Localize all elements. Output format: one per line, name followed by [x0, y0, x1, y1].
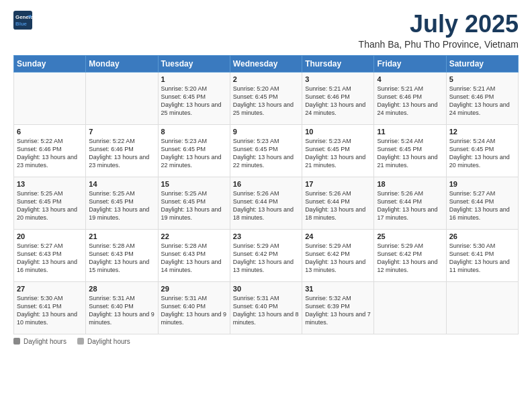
day-number: 7	[89, 128, 154, 136]
day-info: Sunrise: 5:24 AMSunset: 6:45 PMDaylight:…	[449, 137, 515, 170]
footer-label-1: Daylight hours	[24, 338, 66, 345]
header: General Blue July 2025 Thanh Ba, Phu Tho…	[13, 11, 519, 50]
logo-icon: General Blue	[13, 11, 32, 30]
title-block: July 2025 Thanh Ba, Phu Tho Province, Vi…	[359, 11, 519, 50]
day-info: Sunrise: 5:31 AMSunset: 6:40 PMDaylight:…	[233, 294, 299, 327]
header-day-wednesday: Wednesday	[230, 55, 302, 72]
calendar-cell: 9Sunrise: 5:23 AMSunset: 6:45 PMDaylight…	[230, 124, 302, 177]
calendar-cell: 30Sunrise: 5:31 AMSunset: 6:40 PMDayligh…	[230, 281, 302, 334]
day-number: 18	[377, 180, 443, 188]
day-info: Sunrise: 5:26 AMSunset: 6:44 PMDaylight:…	[233, 189, 299, 222]
calendar-cell: 8Sunrise: 5:23 AMSunset: 6:45 PMDaylight…	[158, 124, 230, 177]
day-info: Sunrise: 5:26 AMSunset: 6:44 PMDaylight:…	[305, 189, 371, 222]
day-info: Sunrise: 5:22 AMSunset: 6:46 PMDaylight:…	[89, 137, 154, 170]
header-day-sunday: Sunday	[14, 55, 86, 72]
calendar-cell	[446, 281, 518, 334]
day-info: Sunrise: 5:20 AMSunset: 6:45 PMDaylight:…	[161, 85, 227, 118]
day-info: Sunrise: 5:29 AMSunset: 6:42 PMDaylight:…	[305, 242, 371, 275]
footer: Daylight hours Daylight hours	[13, 338, 519, 345]
day-info: Sunrise: 5:20 AMSunset: 6:45 PMDaylight:…	[233, 85, 299, 118]
calendar-cell: 12Sunrise: 5:24 AMSunset: 6:45 PMDayligh…	[446, 124, 518, 177]
calendar-cell: 13Sunrise: 5:25 AMSunset: 6:45 PMDayligh…	[14, 177, 86, 229]
day-info: Sunrise: 5:32 AMSunset: 6:39 PMDaylight:…	[305, 294, 371, 327]
calendar-cell: 15Sunrise: 5:25 AMSunset: 6:45 PMDayligh…	[158, 177, 230, 229]
calendar-cell	[374, 281, 446, 334]
day-info: Sunrise: 5:25 AMSunset: 6:45 PMDaylight:…	[89, 189, 154, 222]
day-info: Sunrise: 5:26 AMSunset: 6:44 PMDaylight:…	[377, 189, 443, 222]
day-info: Sunrise: 5:29 AMSunset: 6:42 PMDaylight:…	[377, 242, 443, 275]
header-day-friday: Friday	[374, 55, 446, 72]
calendar-cell: 3Sunrise: 5:21 AMSunset: 6:46 PMDaylight…	[302, 72, 374, 124]
week-row-5: 27Sunrise: 5:30 AMSunset: 6:41 PMDayligh…	[14, 281, 519, 334]
day-number: 6	[17, 128, 83, 136]
day-number: 3	[305, 75, 371, 83]
day-info: Sunrise: 5:30 AMSunset: 6:41 PMDaylight:…	[17, 294, 83, 327]
calendar-cell: 7Sunrise: 5:22 AMSunset: 6:46 PMDaylight…	[86, 124, 158, 177]
day-number: 5	[449, 75, 515, 83]
calendar-cell: 10Sunrise: 5:23 AMSunset: 6:45 PMDayligh…	[302, 124, 374, 177]
day-info: Sunrise: 5:29 AMSunset: 6:42 PMDaylight:…	[233, 242, 299, 275]
header-day-thursday: Thursday	[302, 55, 374, 72]
footer-item-1: Daylight hours	[13, 338, 66, 345]
day-info: Sunrise: 5:23 AMSunset: 6:45 PMDaylight:…	[161, 137, 227, 170]
header-day-monday: Monday	[86, 55, 158, 72]
calendar-cell: 29Sunrise: 5:31 AMSunset: 6:40 PMDayligh…	[158, 281, 230, 334]
day-info: Sunrise: 5:27 AMSunset: 6:44 PMDaylight:…	[449, 189, 515, 222]
day-info: Sunrise: 5:28 AMSunset: 6:43 PMDaylight:…	[161, 242, 227, 275]
day-info: Sunrise: 5:30 AMSunset: 6:41 PMDaylight:…	[449, 242, 515, 275]
calendar-cell: 16Sunrise: 5:26 AMSunset: 6:44 PMDayligh…	[230, 177, 302, 229]
day-info: Sunrise: 5:21 AMSunset: 6:46 PMDaylight:…	[449, 85, 515, 118]
day-number: 14	[89, 180, 154, 188]
calendar-cell: 14Sunrise: 5:25 AMSunset: 6:45 PMDayligh…	[86, 177, 158, 229]
calendar-cell: 2Sunrise: 5:20 AMSunset: 6:45 PMDaylight…	[230, 72, 302, 124]
day-number: 26	[449, 232, 515, 240]
day-number: 8	[161, 128, 227, 136]
day-info: Sunrise: 5:31 AMSunset: 6:40 PMDaylight:…	[161, 294, 227, 327]
header-day-saturday: Saturday	[446, 55, 518, 72]
day-info: Sunrise: 5:28 AMSunset: 6:43 PMDaylight:…	[89, 242, 154, 275]
page: General Blue July 2025 Thanh Ba, Phu Tho…	[0, 0, 532, 411]
footer-icon-2	[77, 338, 84, 345]
day-number: 21	[89, 232, 154, 240]
header-day-tuesday: Tuesday	[158, 55, 230, 72]
footer-icon-1	[13, 338, 20, 345]
day-number: 31	[305, 285, 371, 293]
subtitle: Thanh Ba, Phu Tho Province, Vietnam	[359, 39, 519, 50]
day-info: Sunrise: 5:25 AMSunset: 6:45 PMDaylight:…	[161, 189, 227, 222]
calendar-cell: 26Sunrise: 5:30 AMSunset: 6:41 PMDayligh…	[446, 229, 518, 281]
day-number: 20	[17, 232, 83, 240]
week-row-2: 6Sunrise: 5:22 AMSunset: 6:46 PMDaylight…	[14, 124, 519, 177]
day-number: 27	[17, 285, 83, 293]
day-number: 29	[161, 285, 227, 293]
day-info: Sunrise: 5:24 AMSunset: 6:45 PMDaylight:…	[377, 137, 443, 170]
day-number: 24	[305, 232, 371, 240]
day-number: 28	[89, 285, 154, 293]
day-info: Sunrise: 5:21 AMSunset: 6:46 PMDaylight:…	[377, 85, 443, 118]
calendar-cell: 17Sunrise: 5:26 AMSunset: 6:44 PMDayligh…	[302, 177, 374, 229]
calendar-cell: 1Sunrise: 5:20 AMSunset: 6:45 PMDaylight…	[158, 72, 230, 124]
calendar-cell: 20Sunrise: 5:27 AMSunset: 6:43 PMDayligh…	[14, 229, 86, 281]
footer-label-2: Daylight hours	[87, 338, 130, 345]
calendar-cell: 6Sunrise: 5:22 AMSunset: 6:46 PMDaylight…	[14, 124, 86, 177]
day-info: Sunrise: 5:31 AMSunset: 6:40 PMDaylight:…	[89, 294, 154, 327]
day-number: 2	[233, 75, 299, 83]
logo: General Blue	[13, 11, 32, 30]
calendar-cell: 24Sunrise: 5:29 AMSunset: 6:42 PMDayligh…	[302, 229, 374, 281]
day-number: 17	[305, 180, 371, 188]
day-number: 13	[17, 180, 83, 188]
calendar-cell: 21Sunrise: 5:28 AMSunset: 6:43 PMDayligh…	[86, 229, 158, 281]
calendar-cell: 11Sunrise: 5:24 AMSunset: 6:45 PMDayligh…	[374, 124, 446, 177]
day-number: 25	[377, 232, 443, 240]
day-number: 16	[233, 180, 299, 188]
day-info: Sunrise: 5:23 AMSunset: 6:45 PMDaylight:…	[233, 137, 299, 170]
day-info: Sunrise: 5:25 AMSunset: 6:45 PMDaylight:…	[17, 189, 83, 222]
day-info: Sunrise: 5:27 AMSunset: 6:43 PMDaylight:…	[17, 242, 83, 275]
week-row-4: 20Sunrise: 5:27 AMSunset: 6:43 PMDayligh…	[14, 229, 519, 281]
day-number: 1	[161, 75, 227, 83]
day-number: 10	[305, 128, 371, 136]
day-number: 9	[233, 128, 299, 136]
day-number: 19	[449, 180, 515, 188]
day-number: 30	[233, 285, 299, 293]
calendar-cell: 25Sunrise: 5:29 AMSunset: 6:42 PMDayligh…	[374, 229, 446, 281]
calendar-cell: 23Sunrise: 5:29 AMSunset: 6:42 PMDayligh…	[230, 229, 302, 281]
